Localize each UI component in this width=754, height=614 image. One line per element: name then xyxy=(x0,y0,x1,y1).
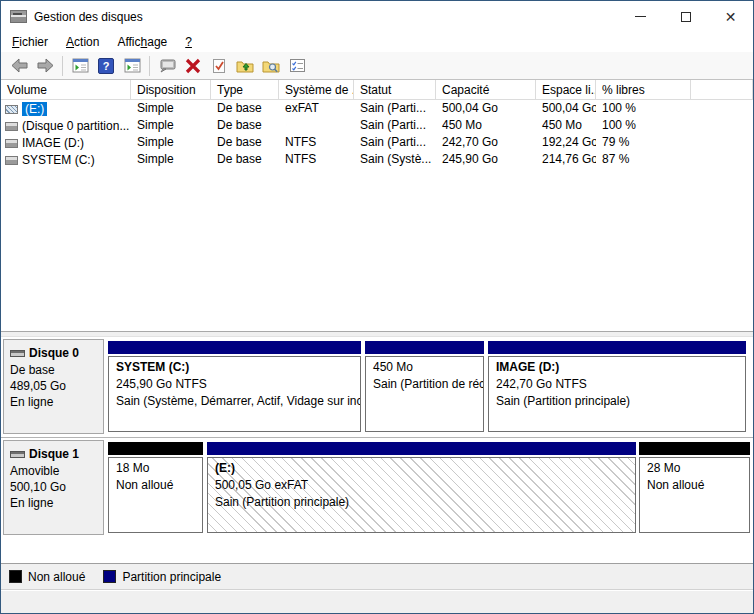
table-cell-filler xyxy=(691,134,753,151)
menu-action[interactable]: Action xyxy=(57,33,108,51)
folder-search-icon xyxy=(262,58,280,73)
minimize-icon xyxy=(635,16,646,17)
back-button[interactable] xyxy=(6,54,32,78)
delete-volume-button[interactable] xyxy=(180,54,206,78)
column-header-statut[interactable]: Statut xyxy=(354,80,436,100)
close-button[interactable]: ✕ xyxy=(708,1,753,32)
table-cell[interactable]: 87 % xyxy=(596,151,691,168)
table-row-volume-cell[interactable]: (E:) xyxy=(1,100,131,117)
table-cell-filler xyxy=(691,100,753,117)
toolbar: ? xyxy=(1,52,753,80)
disk-type: De base xyxy=(10,362,103,378)
table-cell[interactable]: NTFS xyxy=(279,134,354,151)
table-cell[interactable]: Simple xyxy=(131,134,211,151)
table-cell[interactable]: exFAT xyxy=(279,100,354,117)
partition-system-c[interactable]: SYSTEM (C:) 245,90 Go NTFS Sain (Système… xyxy=(108,341,361,432)
column-header-type[interactable]: Type xyxy=(211,80,279,100)
refresh-button[interactable] xyxy=(154,54,180,78)
partition-e-selected[interactable]: (E:) 500,05 Go exFAT Sain (Partition pri… xyxy=(207,442,636,533)
table-cell[interactable] xyxy=(279,117,354,134)
show-console-tree-button[interactable] xyxy=(67,54,93,78)
table-row-volume-cell[interactable]: SYSTEM (C:) xyxy=(1,151,131,168)
table-cell[interactable]: De base xyxy=(211,151,279,168)
partition-color-bar xyxy=(488,341,746,354)
table-cell[interactable]: De base xyxy=(211,100,279,117)
menu-fichier[interactable]: Fichier xyxy=(3,33,57,51)
table-cell[interactable]: 500,04 Go xyxy=(436,100,536,117)
document-check-icon xyxy=(211,58,227,74)
table-cell[interactable]: De base xyxy=(211,134,279,151)
help-icon: ? xyxy=(98,58,114,74)
new-window-button[interactable] xyxy=(119,54,145,78)
maximize-button[interactable] xyxy=(663,1,708,32)
table-cell[interactable]: 245,90 Go xyxy=(436,151,536,168)
back-arrow-icon xyxy=(11,58,28,73)
minimize-button[interactable] xyxy=(618,1,663,32)
disk-status: En ligne xyxy=(10,394,103,410)
menu-help[interactable]: ? xyxy=(176,33,201,51)
column-header-disposition[interactable]: Disposition xyxy=(131,80,211,100)
volume-table: Volume Disposition Type Système de ... S… xyxy=(1,80,753,168)
delete-x-icon xyxy=(185,58,201,74)
new-window-icon xyxy=(124,58,141,73)
disk1-label-panel[interactable]: Disque 1 Amovible 500,10 Go En ligne xyxy=(3,440,104,535)
disk1-partition-strip: 18 Mo Non alloué (E:) 500,05 Go exFAT Sa… xyxy=(108,442,750,533)
column-header-filler xyxy=(691,80,753,100)
table-cell[interactable]: 192,24 Go xyxy=(536,134,596,151)
volume-name: SYSTEM (C:) xyxy=(22,153,95,167)
disk-type: Amovible xyxy=(10,463,103,479)
table-row-volume-cell[interactable]: (Disque 0 partition... xyxy=(1,117,131,134)
open-button[interactable] xyxy=(232,54,258,78)
table-cell[interactable]: 500,04 Go xyxy=(536,100,596,117)
disk-icon xyxy=(10,451,25,458)
menu-bar: Fichier Action Affichage ? xyxy=(1,32,753,52)
table-cell[interactable]: 242,70 Go xyxy=(436,134,536,151)
toolbar-separator xyxy=(149,56,150,76)
primary-partition-swatch-icon xyxy=(103,570,116,583)
table-cell[interactable]: Sain (Parti... xyxy=(354,117,436,134)
column-header-espace[interactable]: Espace li... xyxy=(536,80,596,100)
legend-item-primary: Partition principale xyxy=(103,570,221,584)
disk-name: Disque 0 xyxy=(29,345,79,361)
unallocated-18mo[interactable]: 18 Mo Non alloué xyxy=(108,442,203,533)
disk-icon xyxy=(10,350,25,357)
table-cell[interactable]: Sain (Parti... xyxy=(354,134,436,151)
mark-partition-active-button[interactable] xyxy=(206,54,232,78)
volume-icon xyxy=(5,139,18,148)
disk-row-0: Disque 0 De base 489,05 Go En ligne SYST… xyxy=(1,337,753,438)
table-cell[interactable]: 100 % xyxy=(596,117,691,134)
unallocated-28mo[interactable]: 28 Mo Non alloué xyxy=(639,442,750,533)
table-cell[interactable]: 450 Mo xyxy=(536,117,596,134)
table-cell[interactable]: De base xyxy=(211,117,279,134)
table-cell[interactable]: Simple xyxy=(131,100,211,117)
disk-name: Disque 1 xyxy=(29,446,79,462)
folder-up-icon xyxy=(236,58,254,73)
table-cell[interactable]: 100 % xyxy=(596,100,691,117)
column-header-capacite[interactable]: Capacité xyxy=(436,80,536,100)
status-bar xyxy=(1,589,753,613)
column-header-systeme[interactable]: Système de ... xyxy=(279,80,354,100)
column-header-libres[interactable]: % libres xyxy=(596,80,691,100)
table-cell[interactable]: Sain (Parti... xyxy=(354,100,436,117)
partition-image-d[interactable]: IMAGE (D:) 242,70 Go NTFS Sain (Partitio… xyxy=(488,341,746,432)
svg-text:?: ? xyxy=(103,60,110,72)
legend-label: Partition principale xyxy=(122,570,221,584)
table-cell[interactable]: Sain (Systè... xyxy=(354,151,436,168)
table-cell[interactable]: NTFS xyxy=(279,151,354,168)
explore-button[interactable] xyxy=(258,54,284,78)
table-cell[interactable]: 79 % xyxy=(596,134,691,151)
table-cell[interactable]: 214,76 Go xyxy=(536,151,596,168)
disk-management-window: Gestion des disques ✕ Fichier Action Aff… xyxy=(0,0,754,614)
table-row-volume-cell[interactable]: IMAGE (D:) xyxy=(1,134,131,151)
forward-button[interactable] xyxy=(32,54,58,78)
column-header-volume[interactable]: Volume xyxy=(1,80,131,100)
disk0-label-panel[interactable]: Disque 0 De base 489,05 Go En ligne xyxy=(3,339,104,434)
table-cell[interactable]: 450 Mo xyxy=(436,117,536,134)
help-button[interactable]: ? xyxy=(93,54,119,78)
properties-button[interactable] xyxy=(284,54,310,78)
partition-recovery[interactable]: 450 Mo Sain (Partition de réc xyxy=(365,341,484,432)
menu-affichage[interactable]: Affichage xyxy=(108,33,176,51)
table-cell[interactable]: Simple xyxy=(131,151,211,168)
table-cell[interactable]: Simple xyxy=(131,117,211,134)
unallocated-swatch-icon xyxy=(9,570,22,583)
